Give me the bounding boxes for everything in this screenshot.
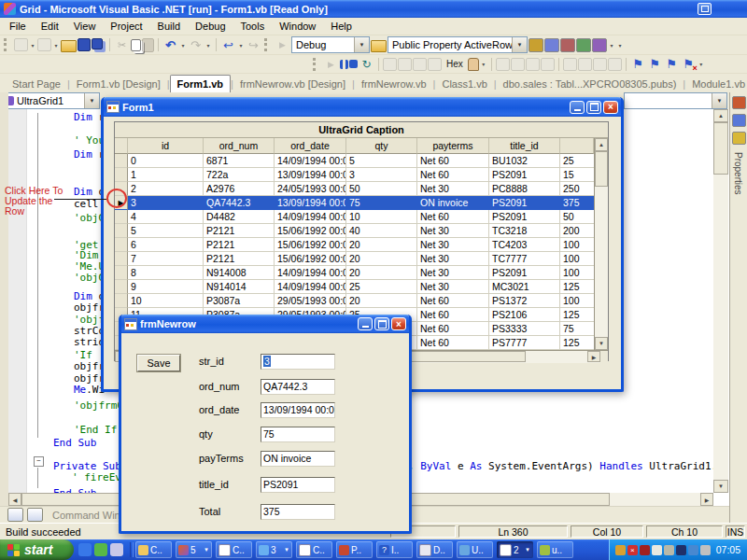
maximize-button[interactable] xyxy=(586,101,601,114)
grid-cell[interactable]: 0 xyxy=(128,154,204,168)
solution-explorer-icon[interactable] xyxy=(529,38,543,52)
grid-cell[interactable]: 1 xyxy=(128,168,204,182)
grid-cell[interactable]: 100 xyxy=(560,266,594,280)
tray-network-icon[interactable] xyxy=(688,545,698,555)
save-all-icon[interactable] xyxy=(92,38,103,49)
collapse-region-button[interactable]: − xyxy=(34,456,44,467)
grid-cell[interactable]: 13/09/1994 00:00: xyxy=(275,196,346,210)
grid-cell[interactable]: 13/09/1994 00:00: xyxy=(275,168,346,182)
grid-cell[interactable]: 200 xyxy=(560,224,594,238)
grid-cell[interactable]: 4 xyxy=(128,210,204,224)
grid-col-header-extra[interactable] xyxy=(560,138,594,154)
grid-cell[interactable]: 100 xyxy=(560,252,594,266)
scroll-right-button[interactable]: ▶ xyxy=(700,493,713,506)
taskbar-button-8[interactable]: U.. xyxy=(457,541,493,558)
tray-shield-icon[interactable] xyxy=(615,545,626,555)
grid-cell[interactable]: P3087a xyxy=(204,294,275,308)
grid-cell[interactable]: 10 xyxy=(346,210,417,224)
solution-configurations-combo-arrow[interactable]: ▼ xyxy=(354,37,369,52)
grid-col-header-ord_date[interactable]: ord_date xyxy=(275,138,346,154)
toolbox-edge[interactable] xyxy=(0,92,8,523)
add-item-dropdown[interactable]: ▾ xyxy=(52,42,60,49)
tray-task-icon[interactable] xyxy=(652,545,662,555)
menu-view[interactable]: View xyxy=(66,19,104,34)
solution-platform-icon[interactable] xyxy=(371,40,387,52)
paste-icon[interactable] xyxy=(142,38,154,52)
row-selector-8[interactable] xyxy=(115,266,128,280)
row-selector-0[interactable] xyxy=(115,154,128,168)
field-ord_date-input[interactable]: 13/09/1994 00:00: xyxy=(261,402,335,418)
undo-icon[interactable]: ↶ xyxy=(162,37,178,52)
taskbar-button-6[interactable]: ?I.. xyxy=(376,541,413,558)
continue-icon[interactable]: ▶ xyxy=(323,57,339,72)
grid-cell[interactable]: 7 xyxy=(128,252,204,266)
solution-explorer-icon[interactable] xyxy=(732,96,746,109)
procedure-combo[interactable]: ▼ xyxy=(624,92,727,109)
grid-cell[interactable]: 6 xyxy=(128,238,204,252)
member-combo[interactable]: Public Property ActiveRow As Ultra▼ xyxy=(388,36,528,53)
grid-cell[interactable]: P2121 xyxy=(204,238,275,252)
scroll-up-button[interactable]: ▲ xyxy=(713,109,728,122)
grid-cell[interactable]: QA7442.3 xyxy=(204,196,275,210)
menu-debug[interactable]: Debug xyxy=(188,19,233,34)
taskbar-button-5[interactable]: P.. xyxy=(336,541,373,558)
navigate-back-icon[interactable]: ↩ xyxy=(220,37,236,52)
row-selector-1[interactable] xyxy=(115,168,128,182)
grid-cell[interactable]: 5 xyxy=(128,224,204,238)
menu-file[interactable]: File xyxy=(2,19,34,34)
row-selector-3[interactable]: ▶ xyxy=(115,196,128,210)
grid-cell[interactable]: 20 xyxy=(346,294,417,308)
grid-cell[interactable]: Net 60 xyxy=(417,308,489,322)
class-view-icon[interactable] xyxy=(732,114,746,127)
grid-cell[interactable]: Net 60 xyxy=(417,336,489,350)
grid-cell[interactable]: D4482 xyxy=(204,210,275,224)
undo-dropdown[interactable]: ▾ xyxy=(179,42,187,49)
window-titlebar[interactable]: Grid - Microsoft Visual Basic .NET [run]… xyxy=(0,0,747,18)
grid-cell[interactable]: TC4203 xyxy=(489,238,560,252)
display-windows-icon[interactable] xyxy=(496,58,510,71)
grid-cell[interactable]: ON invoice xyxy=(417,196,489,210)
menu-build[interactable]: Build xyxy=(150,19,188,34)
start-debug-icon[interactable]: ▶ xyxy=(275,37,290,52)
taskbar-button-2[interactable]: C.. xyxy=(216,541,252,558)
grid-cell[interactable]: 125 xyxy=(560,308,594,322)
row-selector-9[interactable] xyxy=(115,280,128,294)
step-into-icon[interactable] xyxy=(398,58,412,71)
task-group-dropdown[interactable]: ▼ xyxy=(204,547,209,553)
taskbar-button-9[interactable]: 2▼ xyxy=(497,541,533,558)
grid-scroll-thumb[interactable] xyxy=(595,151,608,187)
grid-cell[interactable]: PS3333 xyxy=(489,322,560,336)
menu-window[interactable]: Window xyxy=(272,19,323,34)
show-desktop-icon[interactable] xyxy=(110,543,123,556)
grid-cell[interactable]: Net 30 xyxy=(417,266,489,280)
toolbox-icon[interactable] xyxy=(576,38,591,52)
grid-cell[interactable]: 20 xyxy=(346,266,417,280)
grid-row-5[interactable]: 5P212115/06/1992 00:00:40Net 30TC3218200 xyxy=(115,224,594,238)
field-payterms-input[interactable]: ON invoice xyxy=(261,451,335,467)
grid-col-header-qty[interactable]: qty xyxy=(346,138,417,154)
tab-frmnewrow-vb-design-[interactable]: frmNewrow.vb [Design] xyxy=(233,76,352,92)
grid-cell[interactable]: PS2091 xyxy=(489,196,560,210)
grid-cell[interactable]: Net 60 xyxy=(417,154,489,168)
grid-cell[interactable]: Net 60 xyxy=(417,168,489,182)
registers-icon[interactable] xyxy=(541,58,555,71)
grid-row-4[interactable]: 4D448214/09/1994 00:00:10Net 60PS209150 xyxy=(115,210,594,224)
grid-cell[interactable]: 14/09/1994 00:00: xyxy=(275,154,346,168)
hex-display-button[interactable]: Hex xyxy=(443,57,467,72)
breakpoints-icon[interactable] xyxy=(468,58,479,71)
add-item-icon[interactable] xyxy=(37,38,51,51)
grid-cell[interactable]: 15/06/1992 00:00: xyxy=(275,252,346,266)
row-selector-5[interactable] xyxy=(115,224,128,238)
grid-row-9[interactable]: 9N91401414/09/1994 00:00:25Net 30MC30211… xyxy=(115,280,594,294)
decrease-indent-icon[interactable] xyxy=(563,58,577,71)
grid-cell[interactable]: 100 xyxy=(560,238,594,252)
taskbar-button-3[interactable]: 3▼ xyxy=(256,541,292,558)
redo-icon[interactable]: ↷ xyxy=(188,37,204,52)
other-windows-icon[interactable] xyxy=(592,38,607,52)
show-next-statement-icon[interactable] xyxy=(383,58,397,71)
command-window-icon[interactable] xyxy=(7,508,23,522)
row-selector-7[interactable] xyxy=(115,252,128,266)
taskbar-button-1[interactable]: 5▼ xyxy=(176,541,212,558)
scroll-thumb[interactable] xyxy=(713,122,728,175)
next-bookmark-icon[interactable]: ⚑ xyxy=(647,57,663,72)
